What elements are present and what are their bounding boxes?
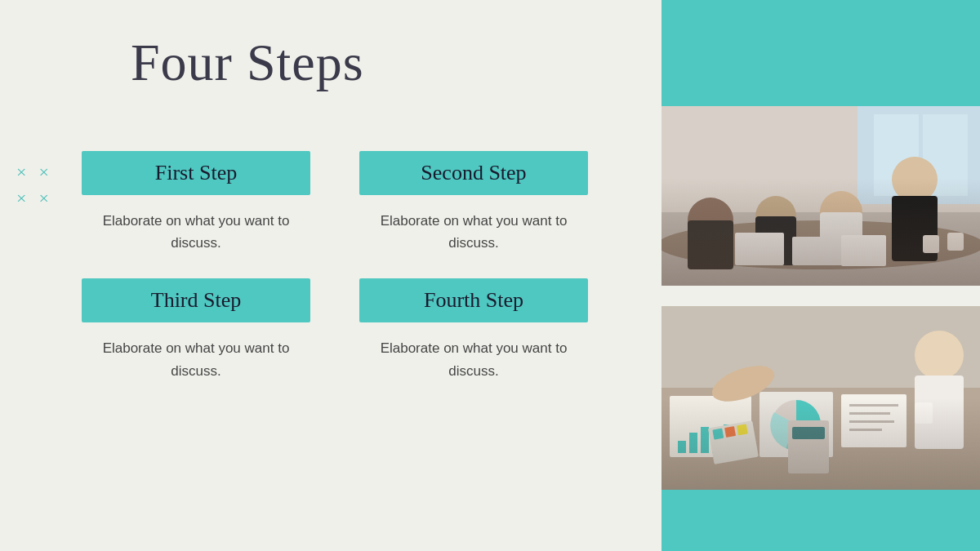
svg-rect-2 xyxy=(874,114,919,196)
slide: Four Steps × × × × × × × × First Step El… xyxy=(0,0,980,551)
svg-rect-13 xyxy=(892,196,938,261)
svg-rect-17 xyxy=(923,235,939,253)
step-3-description: Elaborate on what you want to discuss. xyxy=(82,337,310,381)
decoration-x-marks-topleft: × × × × xyxy=(16,163,49,207)
svg-rect-21 xyxy=(670,396,751,457)
svg-point-8 xyxy=(755,196,796,237)
step-1-description: Elaborate on what you want to discuss. xyxy=(82,210,310,254)
svg-rect-42 xyxy=(724,426,736,438)
svg-rect-15 xyxy=(792,237,833,265)
svg-rect-7 xyxy=(688,220,733,269)
svg-rect-14 xyxy=(735,233,784,265)
svg-rect-4 xyxy=(662,212,980,286)
svg-rect-32 xyxy=(849,420,894,423)
svg-point-5 xyxy=(662,220,980,269)
right-panel xyxy=(662,0,980,551)
svg-rect-9 xyxy=(755,216,796,265)
svg-rect-27 xyxy=(760,392,833,457)
x-mark-icon: × xyxy=(38,189,48,207)
svg-rect-22 xyxy=(678,441,686,453)
svg-rect-40 xyxy=(708,420,759,464)
x-mark-icon: × xyxy=(16,163,26,181)
step-1-label: First Step xyxy=(82,151,310,195)
x-mark-icon: × xyxy=(38,163,48,181)
step-2-label: Second Step xyxy=(359,151,588,195)
svg-rect-29 xyxy=(841,394,906,447)
meeting-photo-svg-bottom xyxy=(662,306,980,490)
x-mark-icon: × xyxy=(16,189,26,207)
svg-rect-3 xyxy=(923,114,968,196)
svg-point-28 xyxy=(772,400,821,449)
svg-point-10 xyxy=(820,191,862,233)
step-4-label-wrapper: Fourth Step xyxy=(359,278,588,322)
svg-point-12 xyxy=(892,157,938,202)
step-3-label: Third Step xyxy=(82,278,310,322)
svg-rect-23 xyxy=(689,433,697,453)
svg-rect-31 xyxy=(849,412,890,415)
svg-rect-33 xyxy=(849,429,882,431)
svg-rect-24 xyxy=(701,427,709,453)
meeting-photo-svg-top xyxy=(662,106,980,286)
step-2-label-wrapper: Second Step xyxy=(359,151,588,195)
step-2: Second Step Elaborate on what you want t… xyxy=(359,151,588,254)
svg-rect-20 xyxy=(662,388,980,490)
page-title: Four Steps xyxy=(131,33,364,93)
svg-rect-18 xyxy=(947,233,964,251)
svg-rect-39 xyxy=(792,427,825,439)
teal-top-decoration xyxy=(662,0,980,114)
svg-point-6 xyxy=(688,198,733,243)
step-3-label-wrapper: Third Step xyxy=(82,278,310,322)
step-3: Third Step Elaborate on what you want to… xyxy=(82,278,310,381)
svg-point-35 xyxy=(915,331,964,380)
svg-rect-16 xyxy=(841,235,886,266)
svg-rect-38 xyxy=(788,420,829,473)
svg-rect-30 xyxy=(849,404,898,407)
teal-bottom-decoration xyxy=(662,486,980,551)
step-1: First Step Elaborate on what you want to… xyxy=(82,151,310,254)
svg-rect-11 xyxy=(820,212,862,265)
svg-rect-25 xyxy=(712,435,720,453)
meeting-image-bottom xyxy=(662,306,980,490)
steps-grid: First Step Elaborate on what you want to… xyxy=(82,151,588,382)
svg-rect-26 xyxy=(724,424,732,453)
svg-rect-41 xyxy=(712,429,724,440)
svg-rect-36 xyxy=(915,375,964,449)
svg-rect-43 xyxy=(737,424,748,435)
step-4-description: Elaborate on what you want to discuss. xyxy=(359,337,588,381)
svg-rect-37 xyxy=(915,402,933,424)
step-4-label: Fourth Step xyxy=(359,278,588,322)
step-4: Fourth Step Elaborate on what you want t… xyxy=(359,278,588,381)
step-2-description: Elaborate on what you want to discuss. xyxy=(359,210,588,254)
step-1-label-wrapper: First Step xyxy=(82,151,310,195)
meeting-image-top xyxy=(662,106,980,286)
